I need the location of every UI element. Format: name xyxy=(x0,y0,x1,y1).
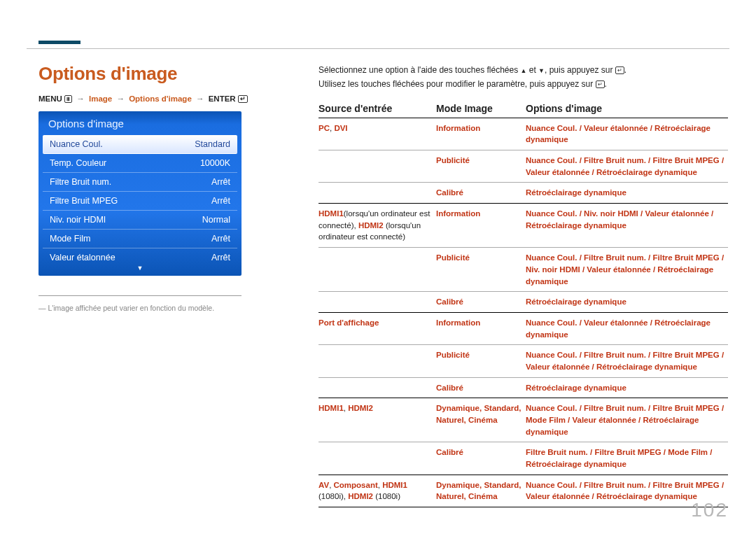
cell-options: Nuance Coul. / Filtre Bruit num. / Filtr… xyxy=(526,252,728,287)
osd-menu-item[interactable]: Filtre Bruit num.Arrêt xyxy=(43,173,237,192)
osd-item-value: Arrêt xyxy=(211,196,230,206)
osd-rows: Nuance Coul.StandardTemp. Couleur10000KF… xyxy=(38,135,241,267)
osd-menu-item[interactable]: Mode FilmArrêt xyxy=(43,230,237,248)
osd-panel-title: Options d'image xyxy=(38,111,241,135)
breadcrumb-menu: MENU xyxy=(38,94,62,103)
cell-options: Filtre Bruit num. / Filtre Bruit MPEG / … xyxy=(526,447,728,470)
table-header-row: Source d'entrée Mode Image Options d'ima… xyxy=(318,103,728,118)
table-row: CalibréFiltre Bruit num. / Filtre Bruit … xyxy=(318,442,728,474)
cell-source: HDMI1, HDMI2 xyxy=(318,402,436,437)
cell-options: Nuance Coul. / Filtre Bruit num. / Filtr… xyxy=(526,155,728,178)
col-mode: Mode Image xyxy=(436,103,526,114)
cell-options: Nuance Coul. / Niv. noir HDMI / Valeur é… xyxy=(526,208,728,243)
table-row: Port d'affichageInformationNuance Coul. … xyxy=(318,313,728,345)
table-row: PublicitéNuance Coul. / Filtre Bruit num… xyxy=(318,150,728,183)
osd-item-label: Temp. Couleur xyxy=(50,158,106,168)
cell-mode: Calibré xyxy=(436,296,526,308)
osd-item-value: 10000K xyxy=(200,158,230,168)
cell-source xyxy=(318,296,436,308)
cell-mode: Information xyxy=(436,208,526,243)
table-row: PublicitéNuance Coul. / Filtre Bruit num… xyxy=(318,345,728,377)
table-group: HDMI1(lorsqu'un ordinateur est connecté)… xyxy=(318,204,728,313)
osd-item-label: Nuance Coul. xyxy=(50,139,103,149)
table-row: HDMI1, HDMI2Dynamique, Standard, Naturel… xyxy=(318,398,728,442)
col-source: Source d'entrée xyxy=(318,103,436,114)
cell-source xyxy=(318,382,436,394)
cell-options: Nuance Coul. / Filtre Bruit num. / Filtr… xyxy=(526,402,728,437)
arrow-icon: → xyxy=(74,94,87,103)
osd-item-label: Valeur étalonnée xyxy=(50,253,115,262)
osd-item-value: Arrêt xyxy=(211,177,230,187)
cell-source: HDMI1(lorsqu'un ordinateur est connecté)… xyxy=(318,208,436,243)
cell-options: Nuance Coul. / Filtre Bruit num. / Filtr… xyxy=(526,349,728,372)
cell-source xyxy=(318,187,436,199)
table-row: CalibréRétroéclairage dynamique xyxy=(318,378,728,398)
cell-mode: Publicité xyxy=(436,252,526,287)
breadcrumb-image: Image xyxy=(89,94,112,103)
cell-mode: Dynamique, Standard, Naturel, Cinéma xyxy=(436,479,526,503)
osd-item-value: Standard xyxy=(195,139,230,149)
down-icon: ▼ xyxy=(538,67,545,74)
enter-icon: ↵ xyxy=(596,80,605,88)
enter-icon: ↵ xyxy=(615,66,624,74)
cell-options: Nuance Coul. / Valeur étalonnée / Rétroé… xyxy=(526,122,728,146)
cell-source: AV, Composant, HDMI1 (1080i), HDMI2 (108… xyxy=(318,479,436,503)
table-row: CalibréRétroéclairage dynamique xyxy=(318,183,728,203)
footnote: ― L'image affichée peut varier en foncti… xyxy=(38,295,241,312)
accent-bar xyxy=(38,41,80,44)
osd-item-value: Arrêt xyxy=(211,234,230,244)
table-group: AV, Composant, HDMI1 (1080i), HDMI2 (108… xyxy=(318,475,728,507)
osd-menu-item[interactable]: Temp. Couleur10000K xyxy=(43,154,237,173)
osd-item-value: Arrêt xyxy=(211,253,230,262)
options-table: Source d'entrée Mode Image Options d'ima… xyxy=(318,103,728,507)
menu-icon: Ⅲ xyxy=(64,95,72,103)
cell-mode: Calibré xyxy=(436,187,526,199)
arrow-icon: → xyxy=(114,94,127,103)
cell-options: Rétroéclairage dynamique xyxy=(526,187,728,199)
enter-icon xyxy=(238,95,248,103)
cell-source xyxy=(318,349,436,372)
breadcrumb-options: Options d'image xyxy=(129,94,192,103)
cell-mode: Dynamique, Standard, Naturel, Cinéma xyxy=(436,402,526,437)
table-row: CalibréRétroéclairage dynamique xyxy=(318,292,728,312)
top-divider xyxy=(27,48,729,49)
table-group: HDMI1, HDMI2Dynamique, Standard, Naturel… xyxy=(318,398,728,475)
cell-mode: Calibré xyxy=(436,382,526,394)
table-group: PC, DVIInformationNuance Coul. / Valeur … xyxy=(318,118,728,204)
page-number: 102 xyxy=(691,499,728,521)
arrow-icon: → xyxy=(194,94,206,103)
cell-source: PC, DVI xyxy=(318,122,436,146)
breadcrumb-enter: ENTER xyxy=(209,94,236,103)
table-row: HDMI1(lorsqu'un ordinateur est connecté)… xyxy=(318,204,728,248)
osd-item-label: Niv. noir HDMI xyxy=(50,215,106,225)
description: Sélectionnez une option à l'aide des tou… xyxy=(318,63,728,92)
col-options: Options d'image xyxy=(526,103,728,114)
osd-item-label: Filtre Bruit num. xyxy=(50,177,111,187)
cell-mode: Publicité xyxy=(436,155,526,178)
cell-source xyxy=(318,447,436,470)
cell-mode: Publicité xyxy=(436,349,526,372)
cell-source xyxy=(318,155,436,178)
table-row: AV, Composant, HDMI1 (1080i), HDMI2 (108… xyxy=(318,475,728,507)
cell-options: Nuance Coul. / Valeur étalonnée / Rétroé… xyxy=(526,317,728,340)
cell-mode: Calibré xyxy=(436,447,526,470)
osd-menu-item[interactable]: Filtre Bruit MPEGArrêt xyxy=(43,192,237,211)
osd-item-label: Mode Film xyxy=(50,234,90,244)
cell-source xyxy=(318,252,436,287)
cell-source: Port d'affichage xyxy=(318,317,436,340)
table-row: PC, DVIInformationNuance Coul. / Valeur … xyxy=(318,118,728,150)
osd-menu-item[interactable]: Nuance Coul.Standard xyxy=(43,135,237,154)
cell-mode: Information xyxy=(436,317,526,340)
osd-item-value: Normal xyxy=(202,215,230,225)
cell-options: Rétroéclairage dynamique xyxy=(526,296,728,308)
osd-item-label: Filtre Bruit MPEG xyxy=(50,196,118,206)
cell-mode: Information xyxy=(436,122,526,146)
osd-panel: Options d'image Nuance Coul.StandardTemp… xyxy=(38,111,241,276)
table-group: Port d'affichageInformationNuance Coul. … xyxy=(318,313,728,398)
table-row: PublicitéNuance Coul. / Filtre Bruit num… xyxy=(318,248,728,292)
osd-menu-item[interactable]: Niv. noir HDMINormal xyxy=(43,211,237,230)
cell-options: Rétroéclairage dynamique xyxy=(526,382,728,394)
chevron-down-icon: ▼ xyxy=(38,265,241,272)
